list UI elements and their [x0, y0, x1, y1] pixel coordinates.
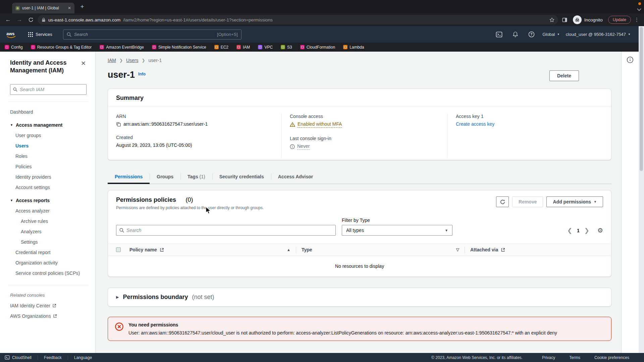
- footer-cookie-preferences[interactable]: Cookie preferences: [594, 355, 629, 360]
- tab-access-advisor[interactable]: Access Advisor: [271, 170, 320, 184]
- copy-icon[interactable]: [116, 122, 121, 127]
- tab-tags[interactable]: Tags (1): [180, 170, 212, 184]
- page-scrollbar[interactable]: [639, 26, 644, 353]
- breadcrumb-users[interactable]: Users: [126, 58, 139, 63]
- sidebar-item-account-settings[interactable]: Account settings: [10, 182, 87, 192]
- bookmark-item[interactable]: Simple Notification Service: [152, 45, 206, 50]
- bookmark-item[interactable]: CloudFormation: [300, 45, 335, 50]
- bookmark-label: Lambda: [350, 45, 364, 50]
- sidebar-item-organization-activity[interactable]: Organization activity: [10, 257, 87, 268]
- sidebar-item-policies[interactable]: Policies: [10, 161, 87, 172]
- forward-button[interactable]: →: [15, 15, 24, 24]
- select-all-checkbox[interactable]: [116, 247, 121, 252]
- sidebar-item-roles[interactable]: Roles: [10, 151, 87, 161]
- console-access-value[interactable]: Enabled without MFA: [298, 121, 342, 128]
- column-attached-via[interactable]: Attached via: [470, 247, 505, 252]
- sidebar-item-analyzers[interactable]: Analyzers: [10, 226, 87, 237]
- tab-groups[interactable]: Groups: [150, 170, 180, 184]
- reload-icon: [28, 17, 34, 22]
- column-policy-name[interactable]: Policy name ▲: [129, 247, 290, 252]
- sidebar-search-input[interactable]: [20, 87, 84, 92]
- sidebar-search[interactable]: [10, 84, 87, 95]
- bookmark-item[interactable]: Amazon EventBridge: [100, 45, 144, 50]
- sidebar-item-access-analyzer[interactable]: Access analyzer: [10, 205, 87, 216]
- bookmark-item[interactable]: IAM: [236, 45, 250, 50]
- create-access-key-link[interactable]: Create access key: [456, 121, 494, 127]
- add-permissions-button[interactable]: Add permissions▼: [546, 196, 603, 207]
- caret-down-icon: ▼: [628, 33, 631, 36]
- filter-by-type-label: Filter by Type: [342, 218, 452, 223]
- sidebar-item-user-groups[interactable]: User groups: [10, 130, 87, 140]
- permissions-boundary-card[interactable]: ▶ Permissions boundary (not set): [108, 288, 611, 307]
- column-type[interactable]: Type ▽: [302, 247, 459, 252]
- tab-close-icon[interactable]: ✕: [67, 5, 72, 11]
- bookmark-label: VPC: [264, 45, 273, 50]
- footer-cloudshell[interactable]: CloudShell: [5, 355, 32, 360]
- last-signin-value[interactable]: Never: [297, 143, 310, 150]
- page-number[interactable]: 1: [577, 228, 580, 233]
- sidebar-item-users[interactable]: Users: [10, 140, 87, 151]
- url-bar[interactable]: us-east-1.console.aws.amazon.com/iamv2/h…: [38, 15, 558, 24]
- previous-page-icon[interactable]: ❮: [567, 228, 572, 234]
- sidebar-item-credential-report[interactable]: Credential report: [10, 247, 87, 257]
- chevron-down-icon[interactable]: [637, 7, 641, 11]
- footer-privacy[interactable]: Privacy: [542, 355, 555, 360]
- sort-ascending-icon[interactable]: ▲: [287, 248, 290, 252]
- sidebar-item-service-control-policies-scps-[interactable]: Service control policies (SCPs): [10, 268, 87, 278]
- sidebar-item-settings[interactable]: Settings: [10, 237, 87, 247]
- sidebar-item-dashboard[interactable]: Dashboard: [10, 107, 87, 117]
- filter-icon[interactable]: ▽: [456, 247, 459, 252]
- info-panel-icon[interactable]: [627, 56, 634, 63]
- browser-menu-icon[interactable]: ⋮: [633, 17, 641, 23]
- info-link[interactable]: Info: [138, 72, 146, 76]
- back-button[interactable]: ←: [3, 15, 13, 24]
- sidebar-item-iam-identity-center[interactable]: IAM Identity Center: [10, 300, 87, 311]
- tab-permissions[interactable]: Permissions: [108, 170, 150, 184]
- sidebar-section-access-reports[interactable]: ▼Access reports: [10, 195, 87, 205]
- notifications-bell-icon[interactable]: [510, 31, 520, 38]
- services-menu[interactable]: Services: [28, 32, 52, 37]
- region-selector[interactable]: Global▼: [542, 32, 560, 37]
- bookmark-item[interactable]: VPC: [258, 45, 273, 50]
- tab-security-credentials[interactable]: Security credentials: [212, 170, 271, 184]
- incognito-badge[interactable]: Incognito: [572, 15, 606, 24]
- sidebar-item-archive-rules[interactable]: Archive rules: [10, 216, 87, 226]
- aws-search-placeholder: Search: [74, 32, 214, 37]
- error-heading: You need permissions: [128, 322, 557, 327]
- sidebar-item-identity-providers[interactable]: Identity providers: [10, 172, 87, 182]
- sidebar-close-icon[interactable]: ✕: [80, 60, 87, 67]
- caret-down-icon: ▼: [10, 199, 13, 202]
- aws-search-bar[interactable]: Search [Option+S]: [63, 29, 241, 40]
- bookmark-star-icon[interactable]: [549, 17, 555, 23]
- bookmark-item[interactable]: Config: [5, 45, 23, 50]
- footer-language[interactable]: Language: [74, 355, 92, 360]
- aws-logo[interactable]: aws: [5, 31, 17, 39]
- table-settings-gear-icon[interactable]: ⚙: [597, 227, 603, 234]
- bookmark-item[interactable]: S3: [281, 45, 292, 50]
- breadcrumb-iam[interactable]: IAM: [108, 58, 116, 63]
- new-tab-button[interactable]: +: [78, 3, 87, 12]
- refresh-button[interactable]: [496, 196, 509, 207]
- scrollbar-thumb[interactable]: [640, 27, 643, 171]
- browser-tab[interactable]: user-1 | IAM | Global ✕: [12, 3, 74, 13]
- footer-terms[interactable]: Terms: [569, 355, 580, 360]
- next-page-icon[interactable]: ❯: [584, 228, 589, 234]
- bookmark-item[interactable]: Resource Groups & Tag Editor: [31, 45, 92, 50]
- cloudshell-icon[interactable]: [494, 31, 504, 38]
- sidebar-item-aws-organizations[interactable]: AWS Organizations: [10, 311, 87, 321]
- account-menu[interactable]: cloud_user @ 9506-3162-7547▼: [566, 32, 631, 37]
- delete-button[interactable]: Delete: [549, 70, 579, 81]
- expand-caret-icon[interactable]: ▶: [116, 295, 119, 299]
- policy-search[interactable]: [116, 225, 336, 236]
- bookmark-item[interactable]: EC2: [214, 45, 228, 50]
- policy-search-input[interactable]: [126, 228, 332, 233]
- type-filter-select[interactable]: All types▼: [342, 225, 452, 236]
- help-icon[interactable]: ?: [526, 31, 536, 38]
- remove-button[interactable]: Remove: [512, 196, 543, 207]
- reload-button[interactable]: [26, 15, 36, 24]
- side-panel-icon[interactable]: [560, 15, 570, 24]
- bookmark-item[interactable]: Lambda: [343, 45, 364, 50]
- footer-feedback[interactable]: Feedback: [44, 355, 62, 360]
- browser-update-button[interactable]: Update: [608, 16, 631, 24]
- sidebar-section-access-management[interactable]: ▼Access management: [10, 120, 87, 130]
